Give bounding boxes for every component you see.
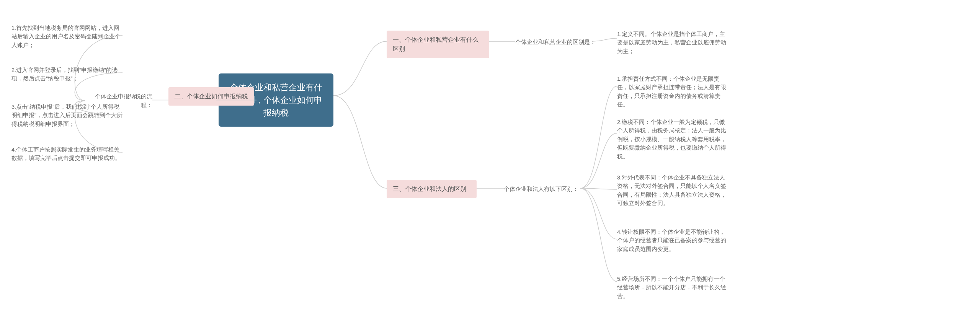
connectors-dynamic: [0, 0, 980, 326]
branch-3[interactable]: 三、个体企业和法人的区别: [387, 180, 477, 198]
branch-3-leaf-3: 4.转让权限不同：个体企业是不能转让的，个体户的经营者只能在已备案的参与经营的家…: [617, 228, 728, 253]
branch-3-leaf-4: 5.经营场所不同：一个个体户只能拥有一个经营场所，所以不能开分店，不利于长久经营…: [617, 275, 728, 300]
branch-1-label: 一、个体企业和私营企业有什么区别: [393, 36, 479, 52]
branch-1-sub: 个体企业和私营企业的区别是：: [515, 37, 596, 46]
connectors-final: [0, 0, 980, 326]
branch-3-leaf-2: 3.对外代表不同；个体企业不具备独立法人资格，无法对外签合同，只能以个人名义签合…: [617, 173, 728, 208]
branch-3-leaf-0: 1.承担责任方式不同：个体企业是无限责任，以家庭财产承担连带责任；法人是有限责任…: [617, 75, 728, 109]
branch-2-leaf-2: 3.点击“纳税申报”后，我们找到“个人所得税明细申报”，点击进入后页面会跳转到个…: [11, 103, 122, 128]
branch-3-sub: 个体企业和法人有以下区别：: [504, 184, 578, 193]
branch-2-leaf-1: 2.进入官网并登录后，找到“申报缴纳”的选项，然后点击“纳税申报”；: [11, 66, 122, 83]
branch-1[interactable]: 一、个体企业和私营企业有什么区别: [387, 31, 489, 58]
branch-1-leaf-0: 1.定义不同。个体企业是指个体工商户，主要是以家庭劳动为主，私营企业以雇佣劳动为…: [617, 30, 728, 55]
branch-2-leaf-3: 4.个体工商户按照实际发生的业务填写相关数据，填写完毕后点击提交即可申报成功。: [11, 145, 122, 163]
branch-2-real[interactable]: 二、个体企业如何申报纳税: [168, 87, 254, 106]
branch-3-leaf-1: 2.缴税不同：个体企业一般为定额税，只缴个人所得税，由税务局核定；法人一般为比例…: [617, 118, 728, 161]
branch-2-leaf-0: 1.首先找到当地税务局的官网网站，进入网站后输入企业的用户名及密码登陆到企业个人…: [11, 24, 122, 49]
branch-2-label: 二、个体企业如何申报纳税: [175, 93, 248, 99]
branch-3-label: 三、个体企业和法人的区别: [393, 186, 466, 192]
